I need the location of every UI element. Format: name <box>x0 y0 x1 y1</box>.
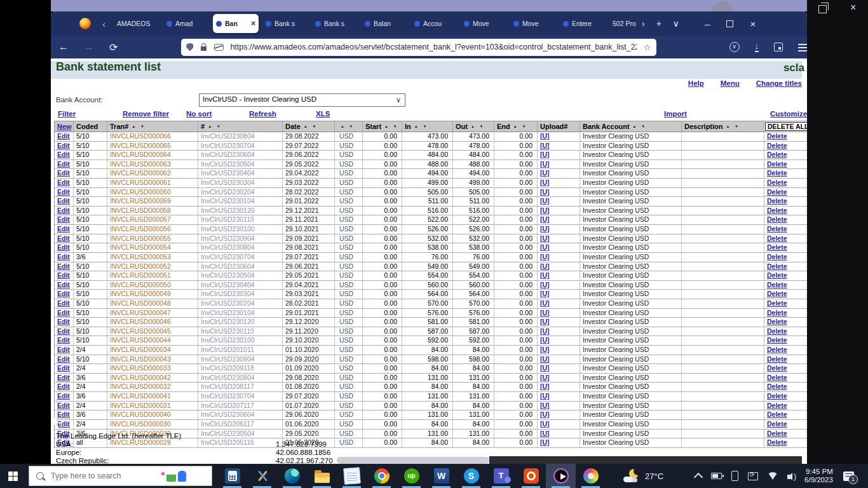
xls-link[interactable]: XLS <box>316 110 330 118</box>
delete-link[interactable]: Delete <box>767 438 787 446</box>
action-center-icon[interactable]: 1 <box>843 471 854 481</box>
menu-icon[interactable] <box>798 44 807 45</box>
upload-link[interactable]: [U] <box>540 309 550 316</box>
delete-link[interactable]: Delete <box>767 197 787 205</box>
upload-link[interactable]: [U] <box>540 430 550 437</box>
delete-link[interactable]: Delete <box>767 309 787 316</box>
sort-icons[interactable]: ▲ ▼ <box>633 125 648 128</box>
permissions-icon[interactable] <box>214 44 224 51</box>
weather-widget[interactable]: 27°C <box>623 468 663 484</box>
upload-link[interactable]: [U] <box>540 225 550 233</box>
delete-link[interactable]: Delete <box>767 374 787 381</box>
delete-link[interactable]: Delete <box>767 243 787 251</box>
battery-icon[interactable] <box>711 473 722 479</box>
upwork-taskbar-button[interactable] <box>397 464 426 488</box>
sort-icons[interactable]: ▲ ▼ <box>414 125 429 128</box>
edge-taskbar-button[interactable] <box>277 464 307 488</box>
upload-link[interactable]: [U] <box>540 364 550 372</box>
upload-link[interactable]: [U] <box>540 327 550 335</box>
firefox-logo-icon[interactable] <box>79 18 91 29</box>
delete-link[interactable]: Delete <box>767 327 787 335</box>
browser-tab[interactable]: AMADEOS <box>114 14 159 33</box>
notepad-taskbar-button[interactable] <box>337 464 367 488</box>
lock-icon[interactable] <box>201 46 207 51</box>
taskbar-search[interactable] <box>29 466 212 486</box>
chevron-up-icon[interactable] <box>694 473 703 482</box>
delete-link[interactable]: Delete <box>767 271 787 279</box>
tracking-protection-icon[interactable] <box>186 43 193 51</box>
delete-link[interactable]: Delete <box>767 215 787 223</box>
upload-link[interactable]: [U] <box>540 243 550 251</box>
delete-link[interactable]: Delete <box>767 290 787 297</box>
browser-tab[interactable]: Balan <box>362 14 407 33</box>
word-taskbar-button[interactable] <box>426 464 456 488</box>
change-titles-link[interactable]: Change titles <box>756 79 802 87</box>
delete-link[interactable]: Delete <box>767 142 787 149</box>
bank-account-select[interactable]: InvClrUSD - Investor Clearing USD <box>199 93 405 107</box>
edit-link[interactable]: Edit <box>57 410 70 418</box>
skype-taskbar-button[interactable] <box>456 464 486 488</box>
delete-all-button[interactable]: DELETE ALL <box>765 122 807 131</box>
edit-link[interactable]: Edit <box>57 169 70 177</box>
volume-icon[interactable] <box>787 475 790 479</box>
upload-link[interactable]: [U] <box>540 299 550 307</box>
upload-link[interactable]: [U] <box>540 392 550 400</box>
refresh-link[interactable]: Refresh <box>249 110 276 118</box>
edit-link[interactable]: Edit <box>57 188 70 196</box>
minimize-button[interactable]: – <box>705 18 710 29</box>
sort-icons[interactable]: ▲ ▼ <box>726 125 741 128</box>
edit-link[interactable]: Edit <box>57 402 70 409</box>
delete-link[interactable]: Delete <box>767 346 787 353</box>
browser-tab[interactable]: Amad <box>163 14 209 33</box>
edit-link[interactable]: Edit <box>57 336 70 344</box>
delete-link[interactable]: Delete <box>767 188 787 196</box>
media-player-taskbar-button[interactable] <box>546 464 576 488</box>
browser-tab[interactable]: 502 Proxy <box>609 14 636 33</box>
remove-filter-link[interactable]: Remove filter <box>123 110 169 118</box>
display-icon[interactable] <box>748 472 758 480</box>
edit-link[interactable]: Edit <box>57 374 70 381</box>
upload-link[interactable]: [U] <box>540 207 550 214</box>
edit-link[interactable]: Edit <box>57 299 70 307</box>
edit-link[interactable]: Edit <box>57 271 70 279</box>
paint-taskbar-button[interactable] <box>576 464 606 488</box>
upload-link[interactable]: [U] <box>540 290 550 297</box>
delete-link[interactable]: Delete <box>767 160 787 168</box>
edit-link[interactable]: Edit <box>57 243 70 251</box>
phone-icon[interactable] <box>731 471 738 481</box>
restore-window-icon[interactable] <box>818 5 827 13</box>
delete-link[interactable]: Delete <box>767 364 787 372</box>
amberscript-taskbar-button[interactable] <box>516 464 546 488</box>
start-button[interactable] <box>0 464 25 488</box>
delete-link[interactable]: Delete <box>767 207 787 214</box>
edit-link[interactable]: Edit <box>57 132 70 140</box>
downloads-icon[interactable]: ↓ <box>755 43 759 52</box>
edit-link[interactable]: Edit <box>57 290 70 297</box>
import-link[interactable]: Import <box>664 110 687 118</box>
delete-link[interactable]: Delete <box>767 253 787 261</box>
delete-link[interactable]: Delete <box>767 299 787 307</box>
delete-link[interactable]: Delete <box>767 234 787 242</box>
upload-link[interactable]: [U] <box>540 438 550 446</box>
delete-link[interactable]: Delete <box>767 318 787 325</box>
url-text[interactable]: https://www.amadeos.com/amadeos/servlet/… <box>230 43 637 51</box>
browser-tab[interactable]: Entere <box>560 14 606 33</box>
delete-link[interactable]: Delete <box>767 281 787 288</box>
list-tabs-icon[interactable]: ∨ <box>673 18 679 29</box>
edit-link[interactable]: Edit <box>57 253 70 261</box>
delete-link[interactable]: Delete <box>767 430 787 437</box>
upload-link[interactable]: [U] <box>540 151 550 158</box>
delete-link[interactable]: Delete <box>767 132 787 140</box>
delete-link[interactable]: Delete <box>767 169 787 177</box>
delete-link[interactable]: Delete <box>767 402 787 409</box>
upload-link[interactable]: [U] <box>540 402 550 409</box>
sort-icons[interactable]: ▲ ▼ <box>513 125 528 128</box>
delete-link[interactable]: Delete <box>767 410 787 418</box>
upload-link[interactable]: [U] <box>540 355 550 363</box>
edit-link[interactable]: Edit <box>57 364 70 372</box>
upload-link[interactable]: [U] <box>540 253 550 261</box>
edit-link[interactable]: Edit <box>57 215 70 223</box>
snipping-tool-taskbar-button[interactable] <box>247 464 277 488</box>
wifi-icon[interactable] <box>768 472 778 480</box>
edit-link[interactable]: Edit <box>57 234 70 242</box>
